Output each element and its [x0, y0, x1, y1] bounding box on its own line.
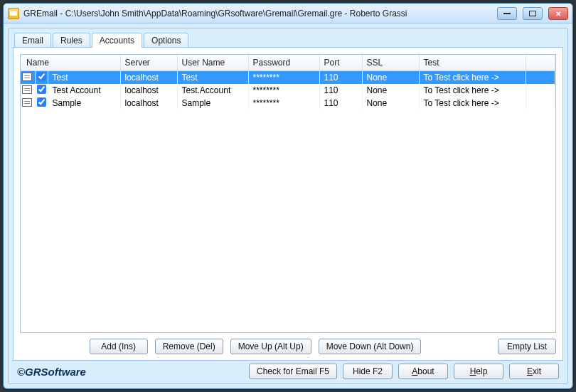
table-row[interactable]: SamplelocalhostSample********110NoneTo T…	[21, 97, 555, 110]
app-window: GREmail - C:\Users\John Smith\AppData\Ro…	[3, 3, 573, 389]
cell-test[interactable]: To Test click here ->	[419, 84, 526, 97]
maximize-button[interactable]	[523, 7, 543, 20]
cell-spacer	[526, 84, 555, 97]
table-row[interactable]: TestlocalhostTest********110NoneTo Test …	[21, 71, 555, 85]
cell-user: Sample	[177, 97, 248, 110]
footer: ©GRSoftware Check for Email F5 Hide F2 A…	[13, 361, 563, 381]
row-checkbox-cell	[35, 84, 48, 97]
tab-rules[interactable]: Rules	[53, 33, 90, 48]
move-down-button[interactable]: Move Down (Alt Down)	[319, 339, 422, 354]
col-server[interactable]: Server	[120, 55, 177, 71]
col-password[interactable]: Password	[248, 55, 319, 71]
row-checkbox[interactable]	[37, 85, 46, 94]
cell-spacer	[526, 71, 555, 85]
table-row[interactable]: Test AccountlocalhostTest.Account*******…	[21, 84, 555, 97]
row-type-icon	[21, 71, 35, 85]
tabstrip: Email Rules Accounts Options	[13, 33, 563, 48]
client-area: Email Rules Accounts Options Name Server	[8, 28, 568, 384]
cell-password: ********	[248, 84, 319, 97]
cell-server: localhost	[120, 71, 177, 85]
minimize-button[interactable]	[497, 7, 517, 20]
empty-list-button[interactable]: Empty List	[498, 339, 556, 354]
cell-test[interactable]: To Test click here ->	[419, 97, 526, 110]
exit-label: xit	[533, 366, 541, 376]
tab-email[interactable]: Email	[14, 33, 51, 48]
col-spacer	[526, 55, 555, 71]
cell-spacer	[526, 97, 555, 110]
window-title: GREmail - C:\Users\John Smith\AppData\Ro…	[23, 9, 491, 18]
remove-button[interactable]: Remove (Del)	[155, 339, 223, 354]
cell-test[interactable]: To Test click here ->	[419, 71, 526, 85]
tabpage-accounts: Name Server User Name Password Port SSL …	[13, 47, 563, 361]
help-label: elp	[476, 366, 487, 376]
add-button[interactable]: Add (Ins)	[90, 339, 148, 354]
col-name[interactable]: Name	[21, 55, 120, 71]
cell-name: Sample	[48, 97, 120, 110]
brand-label: ©GRSoftware	[17, 366, 86, 378]
cell-port: 110	[319, 97, 362, 110]
row-checkbox[interactable]	[37, 97, 46, 107]
check-email-button[interactable]: Check for Email F5	[249, 364, 337, 379]
cell-password: ********	[248, 97, 319, 110]
row-checkbox-cell	[35, 97, 48, 110]
col-user[interactable]: User Name	[177, 55, 248, 71]
table-buttons: Add (Ins) Remove (Del) Move Up (Alt Up) …	[20, 333, 556, 356]
cell-server: localhost	[120, 84, 177, 97]
cell-ssl: None	[362, 84, 419, 97]
col-port[interactable]: Port	[319, 55, 362, 71]
cell-user: Test.Account	[177, 84, 248, 97]
table-body: TestlocalhostTest********110NoneTo Test …	[21, 71, 555, 110]
cell-name: Test	[48, 71, 120, 85]
col-test[interactable]: Test	[419, 55, 526, 71]
about-button[interactable]: About	[398, 364, 448, 379]
cell-name: Test Account	[48, 84, 120, 97]
tab-options[interactable]: Options	[144, 33, 188, 48]
cell-server: localhost	[120, 97, 177, 110]
tab-accounts[interactable]: Accounts	[92, 33, 142, 48]
cell-port: 110	[319, 84, 362, 97]
titlebar: GREmail - C:\Users\John Smith\AppData\Ro…	[4, 4, 572, 23]
about-label: bout	[417, 366, 434, 376]
cell-user: Test	[177, 71, 248, 85]
cell-port: 110	[319, 71, 362, 85]
accounts-table: Name Server User Name Password Port SSL …	[20, 54, 556, 333]
table-header-row: Name Server User Name Password Port SSL …	[21, 55, 555, 71]
help-button[interactable]: Help	[454, 364, 503, 379]
close-button[interactable]	[548, 7, 568, 20]
hide-button[interactable]: Hide F2	[343, 364, 393, 379]
exit-button[interactable]: Exit	[509, 364, 559, 379]
move-up-button[interactable]: Move Up (Alt Up)	[230, 339, 311, 354]
cell-ssl: None	[362, 71, 419, 85]
cell-password: ********	[248, 71, 319, 85]
cell-ssl: None	[362, 97, 419, 110]
row-checkbox[interactable]	[37, 72, 46, 81]
row-checkbox-cell	[35, 71, 48, 85]
row-type-icon	[21, 84, 35, 97]
col-ssl[interactable]: SSL	[362, 55, 419, 71]
app-icon	[8, 8, 19, 19]
row-type-icon	[21, 97, 35, 110]
